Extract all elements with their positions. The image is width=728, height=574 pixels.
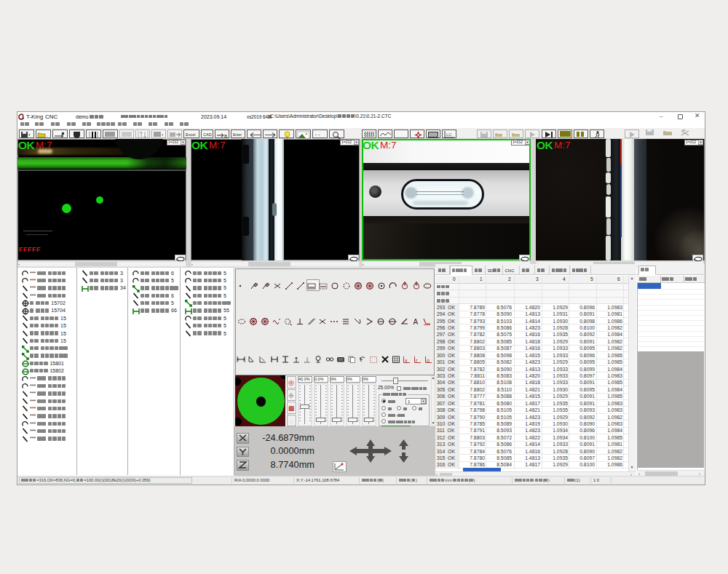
svg-text:LC: LC (446, 132, 452, 137)
svg-text:B: B (224, 133, 227, 137)
svg-text:x: x (405, 358, 408, 363)
svg-text:A: A (413, 318, 418, 326)
svg-text:r: r (416, 358, 418, 363)
svg-text:o: o (427, 358, 430, 363)
